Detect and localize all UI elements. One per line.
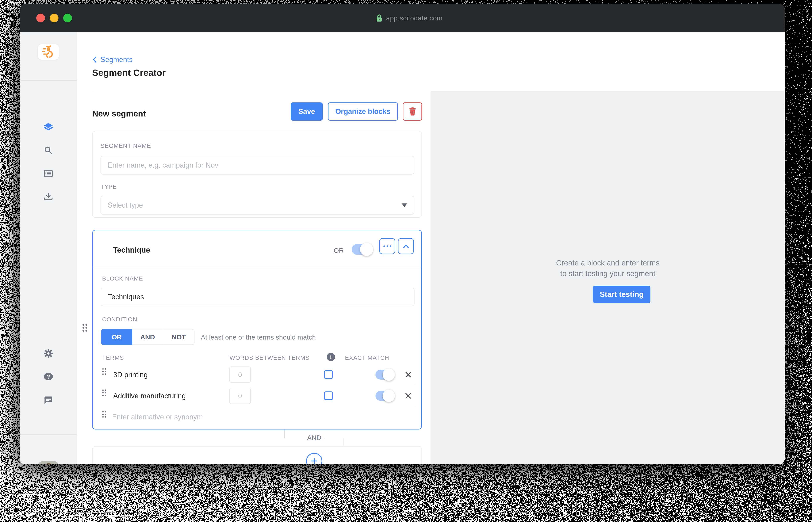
connector-line bbox=[284, 429, 285, 438]
block-or-toggle-label: OR bbox=[334, 247, 344, 254]
app-logo[interactable] bbox=[38, 44, 59, 60]
condition-not-button[interactable]: NOT bbox=[163, 329, 194, 345]
block-drag-handle[interactable] bbox=[82, 324, 87, 332]
block-more-button[interactable] bbox=[379, 238, 395, 254]
connector-line bbox=[324, 438, 344, 438]
connector-line bbox=[344, 438, 344, 446]
toggle-knob bbox=[360, 243, 373, 256]
test-panel-message: Create a block and enter terms to start … bbox=[431, 258, 785, 279]
start-testing-button[interactable]: Start testing bbox=[593, 286, 651, 303]
delete-segment-button[interactable] bbox=[403, 102, 422, 121]
segment-meta-card: SEGMENT NAME TYPE Select type bbox=[92, 131, 422, 218]
save-button[interactable]: Save bbox=[291, 102, 323, 121]
dna-logo bbox=[41, 45, 56, 59]
technique-block-card: Technique OR BLOCK NAME CONDITION OR AND bbox=[92, 230, 422, 429]
info-icon[interactable]: i bbox=[327, 353, 335, 361]
drag-icon bbox=[102, 368, 106, 375]
layers-icon bbox=[43, 122, 54, 132]
sidebar-item-export[interactable] bbox=[43, 192, 54, 202]
test-panel: Create a block and enter terms to start … bbox=[430, 91, 785, 464]
browser-window: app.scitodate.com bbox=[20, 4, 785, 464]
remove-term-button[interactable] bbox=[404, 370, 413, 379]
connector-label: AND bbox=[306, 434, 323, 442]
term-drag-handle[interactable] bbox=[102, 368, 106, 375]
test-panel-line1: Create a block and enter terms bbox=[431, 258, 785, 268]
add-term-input[interactable] bbox=[112, 413, 410, 421]
more-icon bbox=[383, 245, 391, 247]
term-enabled-toggle[interactable] bbox=[375, 370, 394, 380]
remove-icon bbox=[404, 392, 412, 400]
term-text: 3D printing bbox=[113, 370, 148, 379]
trash-icon bbox=[409, 107, 417, 116]
collapse-icon bbox=[402, 244, 410, 249]
user-avatar[interactable] bbox=[37, 461, 59, 464]
new-block-card bbox=[92, 446, 422, 464]
svg-text:?: ? bbox=[46, 374, 50, 380]
exact-column-header: EXACT MATCH bbox=[345, 355, 389, 361]
words-column-header: WORDS BETWEEN TERMS bbox=[230, 355, 309, 361]
drag-icon bbox=[102, 389, 106, 396]
condition-or-button[interactable]: OR bbox=[101, 329, 132, 345]
close-window-button[interactable] bbox=[36, 14, 45, 22]
feedback-icon bbox=[43, 395, 54, 405]
back-label: Segments bbox=[100, 56, 133, 64]
block-title: Technique bbox=[113, 246, 150, 254]
condition-and-button[interactable]: AND bbox=[132, 329, 163, 345]
exact-match-checkbox[interactable] bbox=[324, 370, 333, 379]
search-icon bbox=[43, 145, 54, 156]
remove-icon bbox=[404, 370, 412, 379]
segment-name-label: SEGMENT NAME bbox=[100, 142, 151, 149]
page-title: Segment Creator bbox=[92, 67, 166, 78]
row-divider bbox=[101, 384, 415, 384]
caret-icon bbox=[402, 203, 407, 207]
settings-icon bbox=[43, 348, 54, 359]
type-select-value: Select type bbox=[108, 201, 143, 209]
sidebar-item-records[interactable] bbox=[43, 168, 54, 179]
toggle-knob bbox=[383, 390, 395, 402]
back-icon bbox=[92, 56, 97, 63]
term-drag-handle[interactable] bbox=[102, 389, 106, 396]
sidebar-item-search[interactable] bbox=[43, 145, 54, 156]
words-between-input[interactable] bbox=[229, 388, 251, 404]
block-divider bbox=[93, 268, 421, 268]
connector-line bbox=[284, 438, 305, 438]
term-enabled-toggle[interactable] bbox=[375, 391, 394, 401]
sidebar-divider bbox=[20, 80, 77, 81]
term-drag-handle[interactable] bbox=[102, 411, 106, 418]
words-between-input[interactable] bbox=[229, 366, 251, 383]
records-icon bbox=[43, 168, 54, 179]
screen: app.scitodate.com bbox=[0, 0, 812, 522]
zoom-window-button[interactable] bbox=[63, 14, 72, 22]
block-name-input[interactable] bbox=[101, 288, 414, 306]
url-box: app.scitodate.com bbox=[376, 14, 443, 22]
back-to-segments-link[interactable]: Segments bbox=[92, 56, 133, 64]
lock-icon bbox=[376, 14, 383, 22]
avatar-photo bbox=[37, 461, 59, 464]
remove-term-button[interactable] bbox=[404, 391, 413, 400]
titlebar: app.scitodate.com bbox=[20, 4, 785, 32]
block-or-toggle[interactable] bbox=[352, 244, 371, 255]
sidebar-item-feedback[interactable] bbox=[43, 395, 54, 405]
type-select[interactable]: Select type bbox=[100, 196, 414, 215]
term-text: Additive manufacturing bbox=[113, 392, 186, 400]
drag-icon bbox=[102, 411, 106, 418]
export-icon bbox=[43, 192, 54, 202]
block-collapse-button[interactable] bbox=[398, 238, 414, 254]
sidebar: ? bbox=[20, 32, 77, 464]
toggle-knob bbox=[383, 368, 395, 381]
terms-column-header: TERMS bbox=[102, 355, 124, 361]
sidebar-item-settings[interactable] bbox=[43, 348, 54, 359]
traffic-lights bbox=[36, 4, 72, 32]
page-header: Segments Segment Creator bbox=[77, 32, 785, 91]
exact-match-checkbox[interactable] bbox=[324, 392, 333, 400]
type-label: TYPE bbox=[100, 183, 117, 190]
sidebar-item-segments[interactable] bbox=[43, 122, 54, 132]
url-text: app.scitodate.com bbox=[386, 14, 443, 22]
organize-blocks-button[interactable]: Organize blocks bbox=[328, 102, 398, 121]
block-name-label: BLOCK NAME bbox=[102, 275, 143, 282]
segment-name-input[interactable] bbox=[100, 156, 414, 175]
sidebar-item-help[interactable]: ? bbox=[43, 372, 54, 382]
minimize-window-button[interactable] bbox=[50, 14, 58, 22]
condition-label: CONDITION bbox=[102, 316, 137, 323]
drag-icon bbox=[82, 324, 87, 332]
